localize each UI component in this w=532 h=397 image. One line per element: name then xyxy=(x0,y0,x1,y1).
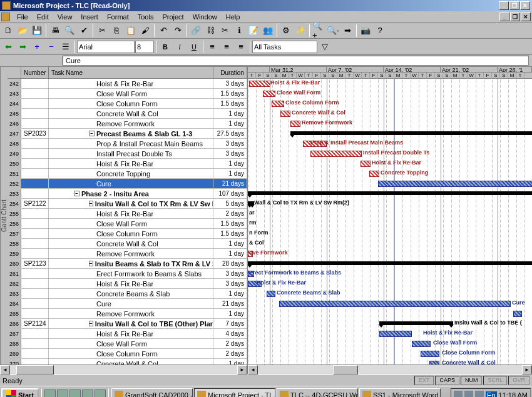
duration-cell[interactable]: 3 days xyxy=(213,279,247,288)
taskname-cell[interactable]: Concrete Topping xyxy=(49,169,213,178)
gantt-row[interactable]: Hoist & Fix Re-Bar xyxy=(248,79,532,89)
menu-format[interactable]: Format xyxy=(103,13,133,21)
table-row[interactable]: 243Close Wall Form1.5 days xyxy=(8,89,247,99)
row-id-cell[interactable]: 269 xyxy=(8,349,21,358)
number-cell[interactable] xyxy=(21,139,49,148)
number-cell[interactable]: SP2124 xyxy=(21,319,49,328)
copy-picture-icon[interactable]: 📷 xyxy=(359,24,372,38)
task-bar[interactable] xyxy=(267,291,275,297)
col-number[interactable]: Number xyxy=(21,67,49,78)
gantt-chart-area[interactable]: Hoist & Fix Re-BarClose Wall FormClose C… xyxy=(248,79,532,364)
row-id-cell[interactable]: 268 xyxy=(8,339,21,348)
duration-cell[interactable]: 4 days xyxy=(213,329,247,338)
table-row[interactable]: 267Hoist & Fix Re-Bar4 days xyxy=(8,329,247,339)
gantt-wizard-icon[interactable]: ✨ xyxy=(294,24,307,38)
outline-toggle-icon[interactable]: − xyxy=(89,201,93,206)
duration-cell[interactable]: 21 days xyxy=(213,179,247,188)
hscroll-left-btn[interactable]: ◄ xyxy=(0,365,10,374)
number-cell[interactable] xyxy=(21,339,49,348)
align-left-icon[interactable]: ≡ xyxy=(205,40,219,54)
duration-cell[interactable]: 1 day xyxy=(213,159,247,168)
row-id-cell[interactable]: 267 xyxy=(8,329,21,338)
redo-icon[interactable]: ↷ xyxy=(171,24,185,38)
summary-bar[interactable] xyxy=(379,321,453,325)
taskname-cell[interactable]: Concrete Wall & Col xyxy=(49,109,213,118)
number-cell[interactable] xyxy=(21,189,49,198)
entry-input[interactable] xyxy=(63,56,529,66)
duration-cell[interactable]: 5 days xyxy=(213,199,247,208)
save-icon[interactable]: 💾 xyxy=(30,24,44,38)
duration-cell[interactable]: 7 days xyxy=(213,319,247,328)
table-row[interactable]: 264Cure21 days xyxy=(8,299,247,309)
taskname-cell[interactable]: −Insitu Beams & Slab to TX Rm & LV Sw xyxy=(49,259,213,268)
number-cell[interactable] xyxy=(21,119,49,128)
row-id-cell[interactable]: 250 xyxy=(8,159,21,168)
row-id-cell[interactable]: 249 xyxy=(8,149,21,158)
task-bar[interactable] xyxy=(378,181,532,187)
gantt-row[interactable]: & Col xyxy=(248,239,532,249)
table-row[interactable]: 247SP2023−Precast Beams & Slab GL 1-327.… xyxy=(8,129,247,139)
row-id-cell[interactable]: 255 xyxy=(8,209,21,218)
number-cell[interactable] xyxy=(21,109,49,118)
gantt-row[interactable]: Hoist & Fix Re-Bar xyxy=(248,329,532,339)
number-cell[interactable]: SP2122 xyxy=(21,199,49,208)
row-id-cell[interactable]: 260 xyxy=(8,259,21,268)
number-cell[interactable] xyxy=(21,289,49,298)
table-row[interactable]: 263Concrete Beams & Slab1 day xyxy=(8,289,247,299)
language-indicator[interactable]: En xyxy=(486,391,496,398)
table-row[interactable]: 268Close Wall Form2 days xyxy=(8,339,247,349)
table-row[interactable]: 245Concrete Wall & Col1 day xyxy=(8,109,247,119)
gantt-hscroll-left-btn[interactable]: ◄ xyxy=(248,365,258,374)
task-bar[interactable] xyxy=(310,151,362,157)
task-bar[interactable] xyxy=(279,301,511,307)
menu-view[interactable]: View xyxy=(53,13,77,21)
menu-file[interactable]: File xyxy=(13,13,33,21)
row-id-cell[interactable]: 251 xyxy=(8,169,21,178)
task-bar[interactable] xyxy=(429,361,439,364)
taskname-cell[interactable]: Remove Formwork xyxy=(49,249,213,258)
duration-cell[interactable]: 1 day xyxy=(213,169,247,178)
col-duration[interactable]: Duration xyxy=(213,67,247,78)
row-id-cell[interactable]: 262 xyxy=(8,279,21,288)
taskname-cell[interactable]: Concrete Wall & Col xyxy=(49,359,213,364)
number-cell[interactable] xyxy=(21,159,49,168)
row-id-cell[interactable]: 252 xyxy=(8,179,21,188)
task-bar[interactable] xyxy=(249,81,270,87)
duration-cell[interactable]: 1 day xyxy=(213,289,247,298)
hscroll-right-btn[interactable]: ► xyxy=(237,365,247,374)
clock[interactable]: 11:18 AM xyxy=(499,391,528,398)
menu-project[interactable]: Project xyxy=(158,13,188,21)
autofilter-icon[interactable]: ▽ xyxy=(318,40,332,54)
fontsize-combo[interactable] xyxy=(135,41,154,53)
filter-combo[interactable] xyxy=(252,41,317,53)
taskname-cell[interactable]: −Precast Beams & Slab GL 1-3 xyxy=(49,129,213,138)
summary-bar[interactable] xyxy=(248,261,532,265)
taskname-cell[interactable]: Hoist & Fix Re-Bar xyxy=(49,209,213,218)
menu-insert[interactable]: Insert xyxy=(76,13,103,21)
row-id-cell[interactable]: 264 xyxy=(8,299,21,308)
font-combo[interactable] xyxy=(77,41,135,53)
number-cell[interactable] xyxy=(21,309,49,318)
minimize-button[interactable]: _ xyxy=(499,1,509,10)
timescale-header[interactable]: Mar 31,2Apr 7, '02Apr 14, '02Apr 21, '02… xyxy=(248,67,532,79)
table-row[interactable]: 256Close Wall Form1.5 days xyxy=(8,219,247,229)
duration-cell[interactable]: 2 days xyxy=(213,349,247,358)
taskname-cell[interactable]: Concrete Wall & Col xyxy=(49,239,213,248)
duration-cell[interactable]: 107 days xyxy=(213,189,247,198)
split-icon[interactable]: ✂ xyxy=(218,24,232,38)
task-bar[interactable] xyxy=(421,351,439,357)
taskname-cell[interactable]: Hoist & Fix Re-Bar xyxy=(49,279,213,288)
tray-icon[interactable] xyxy=(454,391,463,398)
gantt-row[interactable]: Concrete Topping xyxy=(248,169,532,179)
table-row[interactable]: 265Remove Formwork1 day xyxy=(8,309,247,319)
taskname-cell[interactable]: Close Column Form xyxy=(49,229,213,238)
row-id-cell[interactable]: 244 xyxy=(8,99,21,108)
duration-cell[interactable]: 1 day xyxy=(213,239,247,248)
taskname-cell[interactable]: Install Precast Double Ts xyxy=(49,149,213,158)
gantt-row[interactable]: Concrete Wall & Col xyxy=(248,109,532,119)
spell-icon[interactable]: ✔ xyxy=(77,24,91,38)
table-row[interactable]: 260SP2123−Insitu Beams & Slab to TX Rm &… xyxy=(8,259,247,269)
row-id-cell[interactable]: 246 xyxy=(8,119,21,128)
number-cell[interactable] xyxy=(21,329,49,338)
number-cell[interactable] xyxy=(21,169,49,178)
